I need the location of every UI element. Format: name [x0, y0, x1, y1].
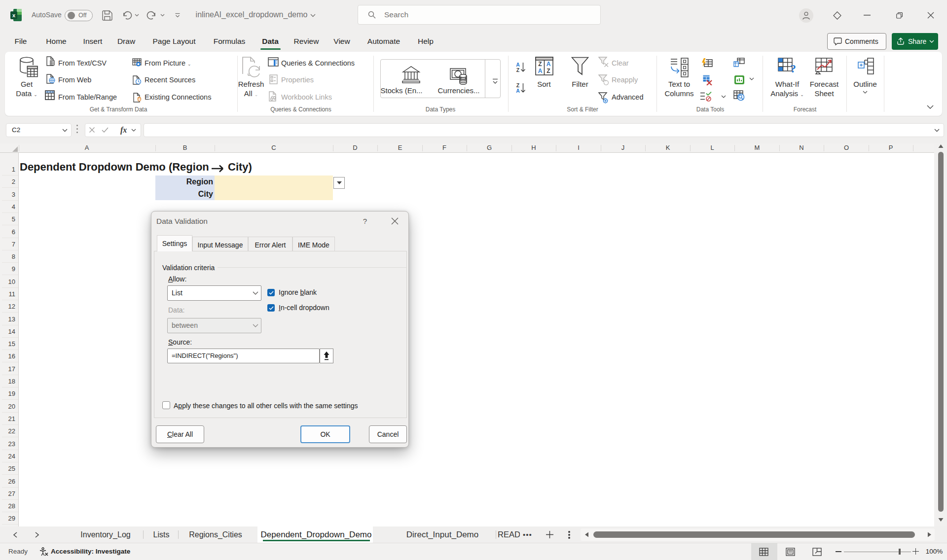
svg-text:Z: Z — [516, 67, 520, 73]
svg-text:Z: Z — [546, 68, 550, 74]
svg-text:x: x — [12, 12, 16, 18]
svg-text:A: A — [516, 88, 520, 94]
svg-text:A: A — [546, 61, 551, 68]
svg-text:?: ? — [790, 62, 796, 75]
svg-text:A: A — [538, 68, 543, 74]
svg-text:Z: Z — [538, 61, 542, 68]
